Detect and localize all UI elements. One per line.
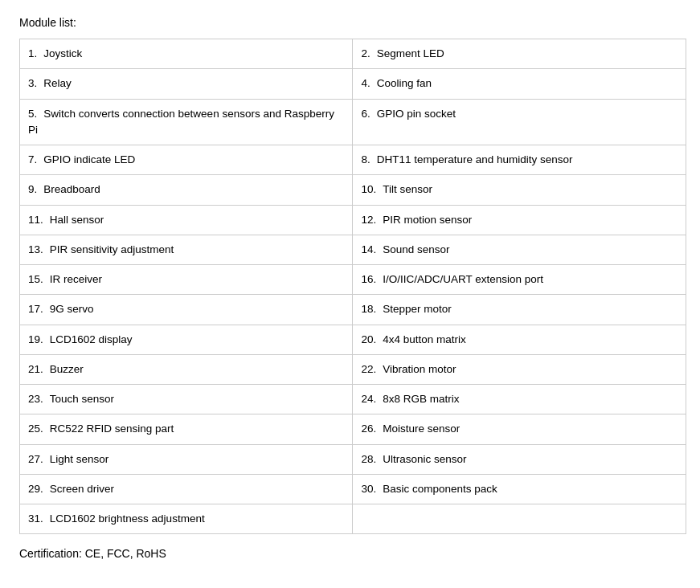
right-text: 4x4 button matrix — [383, 333, 466, 345]
left-text: Hall sensor — [50, 214, 104, 226]
table-row-right-15 — [353, 504, 686, 534]
left-text: LCD1602 display — [50, 333, 133, 345]
left-num: 9. — [28, 183, 37, 195]
certification-text: Certification: CE, FCC, RoHS — [19, 547, 681, 560]
right-text: DHT11 temperature and humidity sensor — [377, 153, 573, 165]
left-text: Buzzer — [50, 363, 84, 375]
left-text: PIR sensitivity adjustment — [50, 243, 174, 255]
module-table: 1.Joystick2.Segment LED3.Relay4.Cooling … — [19, 39, 686, 534]
right-text: Vibration motor — [383, 363, 456, 375]
left-text: Breadboard — [43, 183, 100, 195]
table-row-left-3: 7.GPIO indicate LED — [20, 145, 353, 175]
left-text: GPIO indicate LED — [43, 153, 135, 165]
left-num: 5. — [28, 108, 37, 120]
left-num: 7. — [28, 153, 37, 165]
table-row-left-4: 9.Breadboard — [20, 175, 353, 205]
table-row-left-10: 21.Buzzer — [20, 354, 353, 384]
right-num: 14. — [361, 243, 376, 255]
right-text: Stepper motor — [383, 303, 452, 315]
right-text: 8x8 RGB matrix — [383, 393, 459, 405]
table-row-right-0: 2.Segment LED — [353, 39, 686, 69]
left-num: 19. — [28, 333, 43, 345]
left-text: Light sensor — [50, 453, 109, 465]
left-text: IR receiver — [50, 273, 102, 285]
right-text: Sound sensor — [383, 243, 449, 255]
right-num: 12. — [361, 214, 376, 226]
left-num: 29. — [28, 483, 43, 495]
right-num: 30. — [361, 483, 376, 495]
table-row-right-2: 6.GPIO pin socket — [353, 99, 686, 145]
left-text: LCD1602 brightness adjustment — [50, 512, 205, 525]
table-row-left-14: 29.Screen driver — [20, 474, 353, 504]
module-list-title: Module list: — [19, 16, 681, 29]
left-text: 9G servo — [50, 303, 94, 315]
table-row-right-3: 8.DHT11 temperature and humidity sensor — [353, 145, 686, 175]
table-row-right-11: 24.8x8 RGB matrix — [353, 385, 686, 414]
table-row-left-15: 31.LCD1602 brightness adjustment — [20, 504, 353, 534]
right-text: Ultrasonic sensor — [383, 453, 466, 465]
table-row-left-13: 27.Light sensor — [20, 444, 353, 474]
left-num: 15. — [28, 273, 43, 285]
right-num: 16. — [361, 273, 376, 285]
right-text: Moisture sensor — [383, 423, 460, 435]
right-text: Basic components pack — [383, 483, 497, 495]
table-row-left-12: 25.RC522 RFID sensing part — [20, 414, 353, 444]
table-row-right-14: 30.Basic components pack — [353, 474, 686, 504]
right-num: 2. — [361, 47, 370, 59]
left-num: 13. — [28, 243, 43, 255]
left-text: Switch converts connection between senso… — [28, 108, 334, 136]
right-num: 18. — [361, 303, 376, 315]
table-row-right-13: 28.Ultrasonic sensor — [353, 444, 686, 474]
table-row-left-9: 19.LCD1602 display — [20, 325, 353, 354]
table-row-right-7: 16.I/O/IIC/ADC/UART extension port — [353, 265, 686, 295]
table-row-right-1: 4.Cooling fan — [353, 69, 686, 99]
right-num: 20. — [361, 333, 376, 345]
table-row-left-2: 5.Switch converts connection between sen… — [20, 99, 353, 145]
left-num: 17. — [28, 303, 43, 315]
table-row-left-7: 15.IR receiver — [20, 265, 353, 295]
table-row-left-11: 23.Touch sensor — [20, 385, 353, 414]
table-row-right-8: 18.Stepper motor — [353, 295, 686, 325]
right-text: Cooling fan — [377, 77, 432, 89]
table-row-right-12: 26.Moisture sensor — [353, 414, 686, 444]
left-num: 21. — [28, 363, 43, 375]
right-num: 28. — [361, 453, 376, 465]
left-text: Relay — [43, 77, 72, 89]
left-num: 27. — [28, 453, 43, 465]
table-row-left-5: 11.Hall sensor — [20, 205, 353, 235]
left-text: Joystick — [43, 47, 82, 59]
table-row-right-9: 20.4x4 button matrix — [353, 325, 686, 354]
table-row-right-4: 10.Tilt sensor — [353, 175, 686, 205]
table-row-right-5: 12.PIR motion sensor — [353, 205, 686, 235]
table-row-right-6: 14.Sound sensor — [353, 235, 686, 264]
left-text: Touch sensor — [50, 393, 114, 405]
table-row-left-8: 17.9G servo — [20, 295, 353, 325]
right-text: Tilt sensor — [383, 183, 432, 195]
table-row-left-1: 3.Relay — [20, 69, 353, 99]
right-num: 6. — [361, 108, 370, 120]
right-num: 4. — [361, 77, 370, 89]
right-num: 8. — [361, 153, 370, 165]
right-num: 26. — [361, 423, 376, 435]
right-text: I/O/IIC/ADC/UART extension port — [383, 273, 543, 285]
left-text: RC522 RFID sensing part — [50, 423, 174, 435]
right-num: 22. — [361, 363, 376, 375]
right-num: 10. — [361, 183, 376, 195]
left-num: 1. — [28, 47, 37, 59]
right-text: PIR motion sensor — [383, 214, 472, 226]
table-row-left-0: 1.Joystick — [20, 39, 353, 69]
left-num: 31. — [28, 512, 43, 525]
right-num: 24. — [361, 393, 376, 405]
table-row-left-6: 13.PIR sensitivity adjustment — [20, 235, 353, 264]
left-num: 23. — [28, 393, 43, 405]
left-num: 25. — [28, 423, 43, 435]
left-num: 11. — [28, 214, 43, 226]
left-num: 3. — [28, 77, 37, 89]
right-text: Segment LED — [377, 47, 444, 59]
right-text: GPIO pin socket — [377, 108, 456, 120]
table-row-right-10: 22.Vibration motor — [353, 354, 686, 384]
left-text: Screen driver — [50, 483, 114, 495]
